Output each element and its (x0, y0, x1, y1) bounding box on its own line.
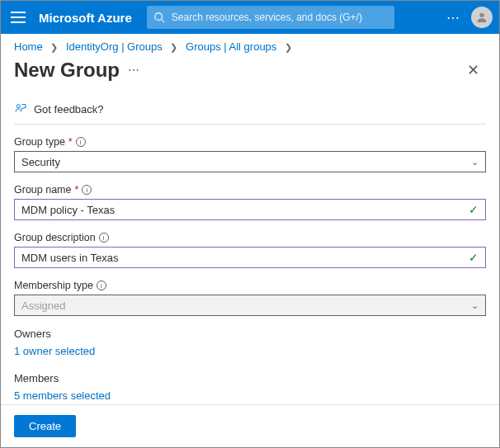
top-navbar: Microsoft Azure ⋯ (1, 1, 499, 34)
membership-type-label: Membership type i (14, 280, 486, 291)
members-label: Members (14, 372, 486, 384)
crumb-home[interactable]: Home (14, 40, 43, 53)
required-marker: * (74, 184, 78, 196)
feedback-icon (14, 102, 27, 116)
info-icon[interactable]: i (76, 137, 86, 147)
svg-point-0 (155, 13, 163, 21)
chevron-right-icon: ❯ (285, 42, 292, 52)
page-title: New Group (14, 59, 120, 82)
info-icon[interactable]: i (82, 185, 92, 195)
owners-label: Owners (14, 328, 486, 340)
members-selected-link[interactable]: 5 members selected (14, 389, 111, 402)
group-desc-field[interactable]: ✓ (14, 247, 486, 268)
group-desc-label: Group description i (14, 232, 486, 243)
page-header: New Group ⋯ ✕ (1, 56, 499, 91)
membership-type-select: Assigned ⌄ (14, 295, 486, 316)
crumb-identityorg-groups[interactable]: IdentityOrg | Groups (66, 40, 163, 53)
group-type-value: Security (21, 156, 60, 168)
search-input[interactable] (172, 12, 388, 23)
required-marker: * (68, 136, 73, 148)
footer-bar: Create (1, 404, 499, 447)
group-name-label: Group name * i (14, 184, 486, 196)
crumb-groups-all[interactable]: Groups | All groups (186, 40, 276, 53)
more-icon[interactable]: ⋯ (446, 10, 461, 26)
chevron-right-icon: ❯ (170, 42, 177, 52)
svg-point-2 (479, 13, 483, 17)
svg-point-3 (17, 105, 20, 108)
chevron-right-icon: ❯ (50, 42, 58, 52)
feedback-link[interactable]: Got feedback? (14, 96, 486, 125)
group-name-field[interactable]: ✓ (14, 199, 486, 220)
check-icon: ✓ (469, 203, 479, 216)
owners-selected-link[interactable]: 1 owner selected (14, 345, 95, 357)
user-avatar[interactable] (471, 7, 493, 28)
search-icon (153, 12, 165, 23)
info-icon[interactable]: i (99, 233, 109, 243)
form-body: Group type * i Security ⌄ Group name * i… (1, 125, 499, 423)
global-search[interactable] (147, 6, 394, 29)
close-icon[interactable]: ✕ (460, 58, 486, 83)
group-name-input[interactable] (21, 200, 459, 219)
svg-line-1 (161, 20, 164, 23)
info-icon[interactable]: i (97, 281, 106, 290)
chevron-down-icon: ⌄ (471, 157, 479, 167)
chevron-down-icon: ⌄ (471, 300, 479, 311)
check-icon: ✓ (469, 251, 479, 264)
page-more-icon[interactable]: ⋯ (128, 64, 141, 77)
create-button[interactable]: Create (14, 415, 76, 437)
brand-label: Microsoft Azure (39, 11, 132, 25)
group-desc-input[interactable] (21, 248, 459, 267)
membership-type-value: Assigned (21, 299, 65, 312)
group-type-label: Group type * i (14, 136, 486, 148)
menu-icon[interactable] (7, 7, 29, 28)
breadcrumb: Home ❯ IdentityOrg | Groups ❯ Groups | A… (1, 34, 499, 56)
feedback-label: Got feedback? (34, 103, 104, 116)
group-type-select[interactable]: Security ⌄ (14, 151, 486, 172)
